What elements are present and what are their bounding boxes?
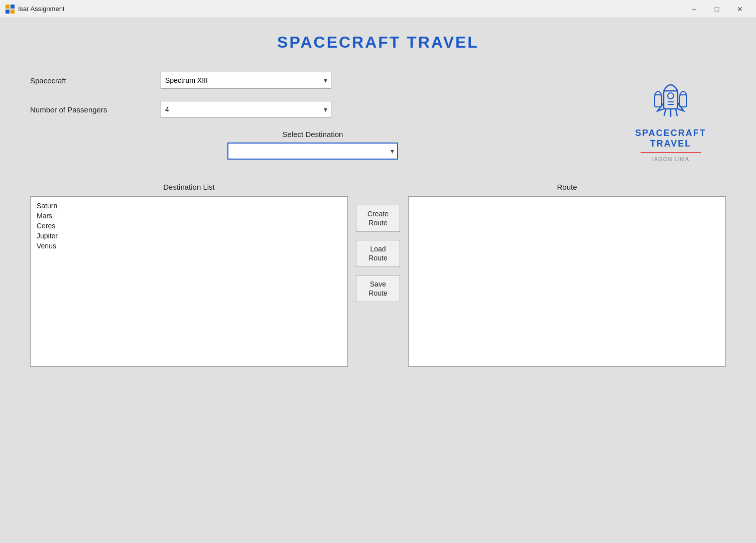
destination-list-box[interactable]: Saturn Mars Ceres Jupiter Venus	[30, 196, 348, 367]
close-button[interactable]: ✕	[729, 2, 751, 16]
destination-select-wrapper: Saturn Mars Ceres Jupiter Venus	[227, 143, 398, 160]
logo-text-spacecraft: SPACECRAFT	[635, 128, 706, 139]
passengers-select-wrapper: 1 2 3 4 5 6	[161, 101, 331, 118]
list-item[interactable]: Mars	[35, 211, 343, 221]
svg-point-5	[668, 93, 674, 99]
title-bar-controls: − □ ✕	[683, 2, 751, 16]
destination-list-section: Destination List Saturn Mars Ceres Jupit…	[30, 183, 348, 367]
minimize-button[interactable]: −	[683, 2, 705, 16]
spacecraft-select[interactable]: Spectrum XIII Apollo 11 Voyager I	[161, 72, 331, 89]
route-section: Route	[408, 183, 726, 367]
list-item[interactable]: Jupiter	[35, 231, 343, 241]
destination-select[interactable]: Saturn Mars Ceres Jupiter Venus	[227, 143, 398, 160]
route-title: Route	[408, 183, 726, 191]
destination-label: Select Destination	[30, 130, 595, 139]
app-icon	[5, 4, 15, 14]
destination-list-title: Destination List	[30, 183, 348, 191]
spacecraft-label: Spacecraft	[30, 76, 161, 85]
bottom-section: Destination List Saturn Mars Ceres Jupit…	[30, 183, 726, 367]
list-item[interactable]: Venus	[35, 241, 343, 251]
logo-author: IAGON LIMA	[652, 156, 689, 162]
save-route-button[interactable]: SaveRoute	[356, 275, 400, 302]
load-route-button[interactable]: LoadRoute	[356, 240, 400, 267]
spacecraft-select-wrapper: Spectrum XIII Apollo 11 Voyager I	[161, 72, 331, 89]
spacecraft-logo-icon	[646, 77, 696, 122]
maximize-button[interactable]: □	[706, 2, 728, 16]
top-section: Spacecraft Spectrum XIII Apollo 11 Voyag…	[30, 72, 726, 168]
logo-area: SPACECRAFT TRAVEL IAGON LIMA	[615, 72, 726, 162]
logo-text-travel: TRAVEL	[650, 139, 692, 149]
svg-rect-0	[6, 5, 10, 9]
passengers-label: Number of Passengers	[30, 105, 161, 114]
form-area: Spacecraft Spectrum XIII Apollo 11 Voyag…	[30, 72, 595, 168]
destination-section: Select Destination Saturn Mars Ceres Jup…	[30, 130, 595, 160]
passengers-select[interactable]: 1 2 3 4 5 6	[161, 101, 331, 118]
svg-rect-1	[11, 5, 15, 9]
buttons-column: CreateRoute LoadRoute SaveRoute	[348, 183, 408, 367]
spacecraft-row: Spacecraft Spectrum XIII Apollo 11 Voyag…	[30, 72, 595, 89]
title-bar: Isar Assignment − □ ✕	[0, 0, 756, 18]
svg-rect-3	[11, 10, 15, 14]
svg-rect-4	[664, 91, 678, 109]
svg-rect-8	[655, 95, 662, 107]
page-title: SPACECRAFT TRAVEL	[30, 33, 726, 52]
logo-divider	[641, 152, 701, 153]
list-item[interactable]: Ceres	[35, 221, 343, 231]
create-route-button[interactable]: CreateRoute	[356, 205, 400, 232]
list-item[interactable]: Saturn	[35, 201, 343, 211]
main-content: SPACECRAFT TRAVEL Spacecraft Spectrum XI…	[0, 18, 756, 387]
title-bar-title: Isar Assignment	[18, 5, 65, 13]
svg-rect-9	[680, 95, 687, 107]
svg-rect-2	[6, 10, 10, 14]
passengers-row: Number of Passengers 1 2 3 4 5 6	[30, 101, 595, 118]
title-bar-left: Isar Assignment	[5, 4, 65, 14]
route-box[interactable]	[408, 196, 726, 367]
